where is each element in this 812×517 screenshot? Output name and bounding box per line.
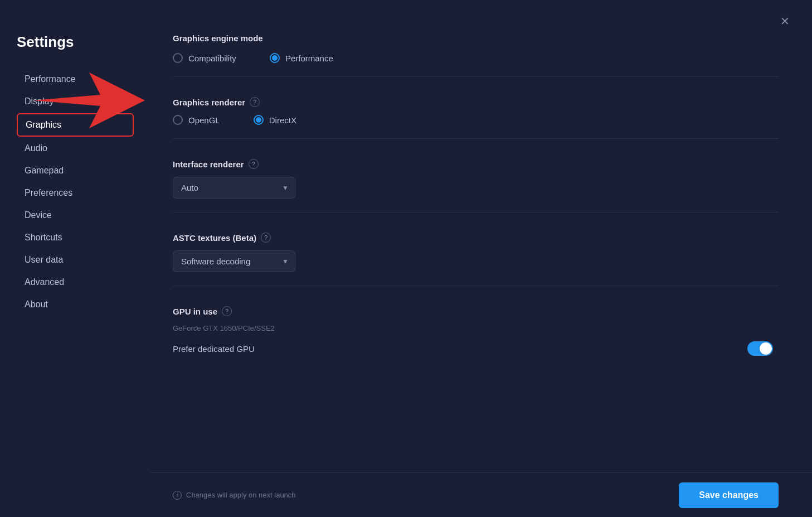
gpu-title: GPU in use <box>173 307 217 316</box>
sidebar-item-display[interactable]: Display <box>17 91 134 112</box>
renderer-label-row: Graphics renderer ? <box>173 97 779 107</box>
sidebar-title: Settings <box>17 33 134 51</box>
sidebar-item-audio[interactable]: Audio <box>17 138 134 159</box>
interface-renderer-title: Interface renderer <box>173 160 244 169</box>
radio-label-opengl: OpenGL <box>188 115 220 125</box>
astc-label-row: ASTC textures (Beta) ? <box>173 233 779 243</box>
close-button[interactable]: ✕ <box>778 13 792 29</box>
settings-window: ✕ Settings Performance Display Graphics … <box>0 0 812 517</box>
sidebar-item-about[interactable]: About <box>17 294 134 315</box>
sidebar-item-userdata[interactable]: User data <box>17 249 134 270</box>
interface-renderer-dropdown-wrapper: Auto OpenGL DirectX Software ▼ <box>173 177 295 199</box>
renderer-title: Graphics renderer <box>173 98 245 107</box>
interface-renderer-help-icon[interactable]: ? <box>249 159 259 169</box>
main-content: Graphics engine mode Compatibility Perfo… <box>150 33 812 517</box>
radio-compatibility[interactable]: Compatibility <box>173 53 236 63</box>
renderer-radio-group: OpenGL DirectX <box>173 115 779 125</box>
astc-help-icon[interactable]: ? <box>261 233 271 243</box>
interface-renderer-label-row: Interface renderer ? <box>173 159 779 169</box>
engine-mode-title: Graphics engine mode <box>173 33 779 43</box>
gpu-label-row: GPU in use ? <box>173 306 779 316</box>
gpu-toggle-label: Prefer dedicated GPU <box>173 344 255 354</box>
astc-dropdown[interactable]: Software decoding Hardware decoding Disa… <box>173 250 295 272</box>
radio-opengl[interactable]: OpenGL <box>173 115 220 125</box>
gpu-toggle-row: Prefer dedicated GPU <box>173 341 779 356</box>
renderer-section: Graphics renderer ? OpenGL DirectX <box>173 97 779 139</box>
gpu-section: GPU in use ? GeForce GTX 1650/PCIe/SSE2 … <box>173 306 779 369</box>
sidebar-item-performance[interactable]: Performance <box>17 69 134 90</box>
footer-note: i Changes will apply on next launch <box>173 491 296 500</box>
renderer-help-icon[interactable]: ? <box>250 97 260 107</box>
radio-performance[interactable]: Performance <box>270 53 333 63</box>
sidebar-item-shortcuts[interactable]: Shortcuts <box>17 227 134 248</box>
content-area: Settings Performance Display Graphics Au… <box>0 0 812 517</box>
astc-section: ASTC textures (Beta) ? Software decoding… <box>173 233 779 286</box>
sidebar-item-gamepad[interactable]: Gamepad <box>17 160 134 181</box>
sidebar-item-preferences[interactable]: Preferences <box>17 182 134 204</box>
radio-directx[interactable]: DirectX <box>254 115 296 125</box>
footer-note-text: Changes will apply on next launch <box>186 491 296 499</box>
prefer-gpu-toggle[interactable] <box>747 341 773 356</box>
footer: i Changes will apply on next launch Save… <box>150 472 812 517</box>
radio-label-performance: Performance <box>285 54 333 63</box>
radio-circle-performance <box>270 53 280 63</box>
interface-renderer-section: Interface renderer ? Auto OpenGL DirectX… <box>173 159 779 212</box>
sidebar: Settings Performance Display Graphics Au… <box>0 33 150 517</box>
sidebar-item-graphics[interactable]: Graphics <box>17 113 134 137</box>
radio-circle-compatibility <box>173 53 183 63</box>
radio-label-compatibility: Compatibility <box>188 54 236 63</box>
radio-circle-directx <box>254 115 264 125</box>
toggle-thumb <box>760 342 772 355</box>
engine-mode-section: Graphics engine mode Compatibility Perfo… <box>173 33 779 77</box>
gpu-info-text: GeForce GTX 1650/PCIe/SSE2 <box>173 324 779 332</box>
astc-dropdown-wrapper: Software decoding Hardware decoding Disa… <box>173 250 295 272</box>
radio-circle-opengl <box>173 115 183 125</box>
sidebar-item-device[interactable]: Device <box>17 205 134 226</box>
radio-label-directx: DirectX <box>269 115 296 125</box>
save-changes-button[interactable]: Save changes <box>679 482 779 508</box>
sidebar-item-advanced[interactable]: Advanced <box>17 272 134 293</box>
interface-renderer-dropdown[interactable]: Auto OpenGL DirectX Software <box>173 177 295 199</box>
info-circle-icon: i <box>173 491 182 500</box>
gpu-help-icon[interactable]: ? <box>222 306 232 316</box>
astc-title: ASTC textures (Beta) <box>173 233 256 243</box>
engine-mode-radio-group: Compatibility Performance <box>173 53 779 63</box>
